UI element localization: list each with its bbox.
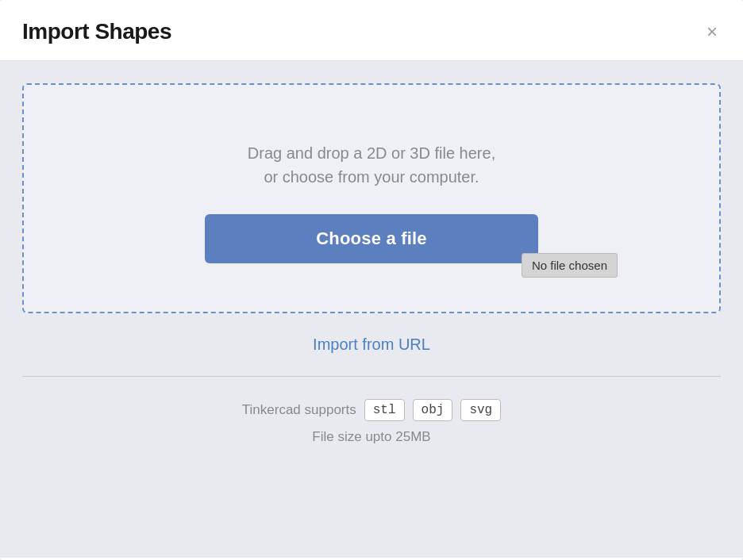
modal-title: Import Shapes xyxy=(22,19,171,44)
formats-row: Tinkercad supports stl obj svg xyxy=(242,399,501,421)
modal-body: Drag and drop a 2D or 3D file here, or c… xyxy=(0,61,743,558)
modal-header: Import Shapes × xyxy=(0,0,743,61)
no-file-badge: No file chosen xyxy=(522,253,618,278)
supported-formats: Tinkercad supports stl obj svg File size… xyxy=(22,399,721,445)
choose-file-area: Choose a file No file chosen xyxy=(205,214,538,263)
drag-drop-text: Drag and drop a 2D or 3D file here, or c… xyxy=(248,141,495,189)
drop-zone[interactable]: Drag and drop a 2D or 3D file here, or c… xyxy=(22,83,721,313)
format-badge-svg: svg xyxy=(460,399,501,421)
choose-file-button[interactable]: Choose a file xyxy=(205,214,538,263)
import-from-url-link[interactable]: Import from URL xyxy=(22,336,721,354)
divider xyxy=(22,376,721,377)
close-button[interactable]: × xyxy=(703,19,721,44)
format-badge-stl: stl xyxy=(364,399,405,421)
formats-label: Tinkercad supports xyxy=(242,402,356,418)
import-shapes-modal: Import Shapes × Drag and drop a 2D or 3D… xyxy=(0,0,743,560)
format-badge-obj: obj xyxy=(413,399,453,421)
file-size-text: File size upto 25MB xyxy=(312,429,430,445)
